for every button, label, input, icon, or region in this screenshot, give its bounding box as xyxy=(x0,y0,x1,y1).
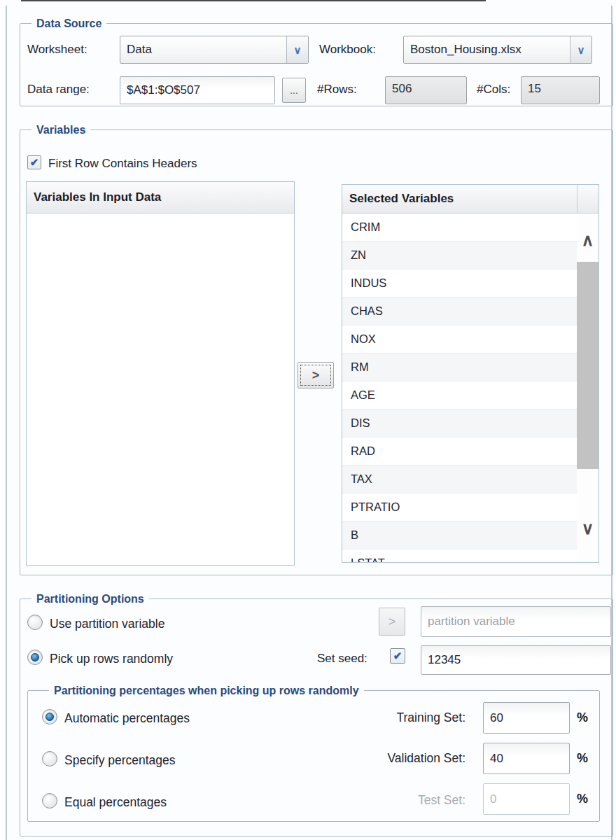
input-variables-rows[interactable] xyxy=(27,214,294,565)
selected-variables-rows[interactable]: CRIMZNINDUSCHASNOXRMAGEDISRADTAXPTRATIOB… xyxy=(342,214,577,562)
equal-percentages-radio[interactable] xyxy=(42,793,57,808)
data-range-input[interactable] xyxy=(120,76,275,104)
list-item[interactable]: RM xyxy=(342,354,577,382)
selected-variables-header-spacer xyxy=(577,185,598,213)
training-percent-sign: % xyxy=(577,710,588,725)
validation-percent-sign: % xyxy=(577,751,588,766)
set-seed-checkbox[interactable]: ✔ xyxy=(390,648,405,664)
list-item[interactable]: TAX xyxy=(342,465,577,493)
test-percent-sign: % xyxy=(577,792,588,806)
browse-range-button[interactable]: ... xyxy=(282,78,306,103)
input-variables-listbox[interactable]: Variables In Input Data xyxy=(26,181,295,566)
partitioning-options-group: Partitioning Options Use partition varia… xyxy=(20,598,613,836)
automatic-percentages-label: Automatic percentages xyxy=(64,710,190,726)
test-set-label: Test Set: xyxy=(336,793,465,808)
partition-variable-input[interactable] xyxy=(421,606,611,637)
selected-variables-header: Selected Variables xyxy=(342,185,598,214)
rows-count-label: #Rows: xyxy=(317,82,357,97)
selected-variables-scrollbar[interactable]: ∧ ∨ xyxy=(577,214,598,562)
list-item[interactable]: DIS xyxy=(342,410,577,438)
selected-variables-listbox[interactable]: Selected Variables CRIMZNINDUSCHASNOXRMA… xyxy=(342,184,599,563)
variables-group: Variables ✔ First Row Contains Headers V… xyxy=(20,130,613,575)
partitioning-percentages-group: Partitioning percentages when picking up… xyxy=(27,690,600,822)
list-item[interactable]: CRIM xyxy=(342,214,577,241)
workbook-label: Workbook: xyxy=(319,42,376,57)
data-source-group-title: Data Source xyxy=(31,17,106,30)
specify-percentages-radio[interactable] xyxy=(42,751,57,766)
list-item[interactable]: B xyxy=(342,522,577,550)
variables-group-title: Variables xyxy=(31,123,90,136)
partition-data-dialog: Data Source Worksheet: Data ∨ Workbook: … xyxy=(0,0,616,840)
top-divider xyxy=(21,0,486,1)
dialog-left-edge xyxy=(6,6,7,840)
dropdown-arrow-icon[interactable]: ∨ xyxy=(570,36,592,63)
workbook-value: Boston_Housing.xlsx xyxy=(404,43,570,57)
list-item[interactable]: ZN xyxy=(342,241,577,270)
validation-set-label: Validation Set: xyxy=(336,751,465,766)
seed-value-input[interactable] xyxy=(421,645,611,675)
cols-count-label: #Cols: xyxy=(477,82,510,97)
list-item[interactable]: CHAS xyxy=(342,298,577,326)
worksheet-select[interactable]: Data ∨ xyxy=(120,36,309,64)
worksheet-value: Data xyxy=(120,43,286,57)
dropdown-arrow-icon[interactable]: ∨ xyxy=(286,36,308,63)
pick-rows-randomly-radio[interactable] xyxy=(27,650,43,665)
use-partition-variable-radio[interactable] xyxy=(27,615,43,630)
list-item[interactable]: INDUS xyxy=(342,270,577,298)
worksheet-label: Worksheet: xyxy=(27,42,88,57)
specify-percentages-label: Specify percentages xyxy=(64,752,176,768)
input-variables-header: Variables In Input Data xyxy=(27,182,294,214)
workbook-select[interactable]: Boston_Housing.xlsx ∨ xyxy=(403,36,592,64)
pick-rows-randomly-label: Pick up rows randomly xyxy=(50,651,173,666)
move-selected-button[interactable]: > xyxy=(298,362,334,388)
data-range-label: Data range: xyxy=(27,82,90,97)
test-set-input xyxy=(483,783,570,815)
list-item[interactable]: AGE xyxy=(342,382,577,410)
scroll-up-icon[interactable]: ∧ xyxy=(577,232,598,248)
check-icon: ✔ xyxy=(393,650,402,661)
partitioning-options-group-title: Partitioning Options xyxy=(31,592,149,606)
automatic-percentages-radio[interactable] xyxy=(42,709,57,724)
list-item[interactable]: LSTAT xyxy=(342,550,577,562)
partitioning-percentages-title: Partitioning percentages when picking up… xyxy=(49,684,364,697)
cols-count-value: 15 xyxy=(521,76,600,104)
list-item[interactable]: NOX xyxy=(342,326,577,354)
validation-set-input[interactable] xyxy=(483,743,570,774)
list-item[interactable]: PTRATIO xyxy=(342,493,577,522)
move-partition-variable-button: > xyxy=(379,608,405,636)
training-set-input[interactable] xyxy=(483,702,570,734)
training-set-label: Training Set: xyxy=(336,710,465,725)
check-icon: ✔ xyxy=(30,157,39,167)
data-source-group: Data Source Worksheet: Data ∨ Workbook: … xyxy=(20,23,613,106)
scroll-down-icon[interactable]: ∨ xyxy=(577,520,598,537)
scrollbar-thumb[interactable] xyxy=(577,262,598,469)
use-partition-variable-label: Use partition variable xyxy=(50,616,164,631)
set-seed-label: Set seed: xyxy=(317,651,368,666)
list-item[interactable]: RAD xyxy=(342,438,577,465)
equal-percentages-label: Equal percentages xyxy=(64,794,167,810)
rows-count-value: 506 xyxy=(385,76,467,104)
first-row-headers-checkbox[interactable]: ✔ xyxy=(27,155,41,169)
first-row-headers-label: First Row Contains Headers xyxy=(48,156,197,172)
